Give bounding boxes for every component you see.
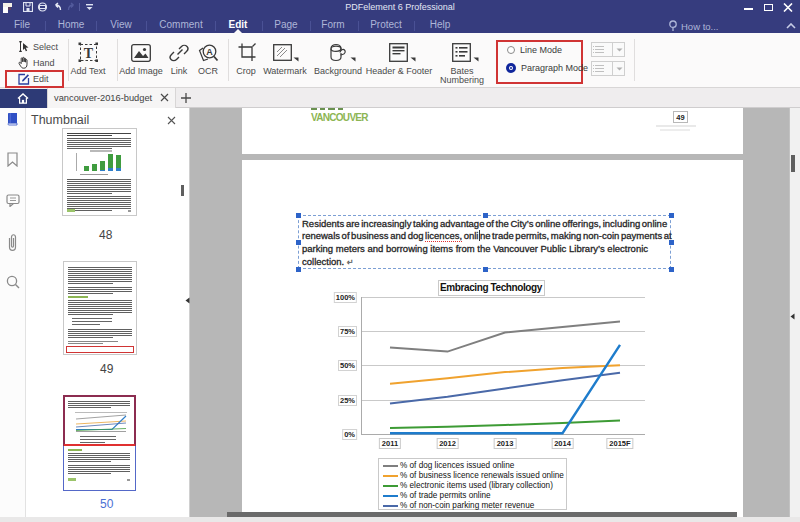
svg-text:A: A (206, 47, 213, 57)
svg-text:T: T (84, 46, 94, 61)
